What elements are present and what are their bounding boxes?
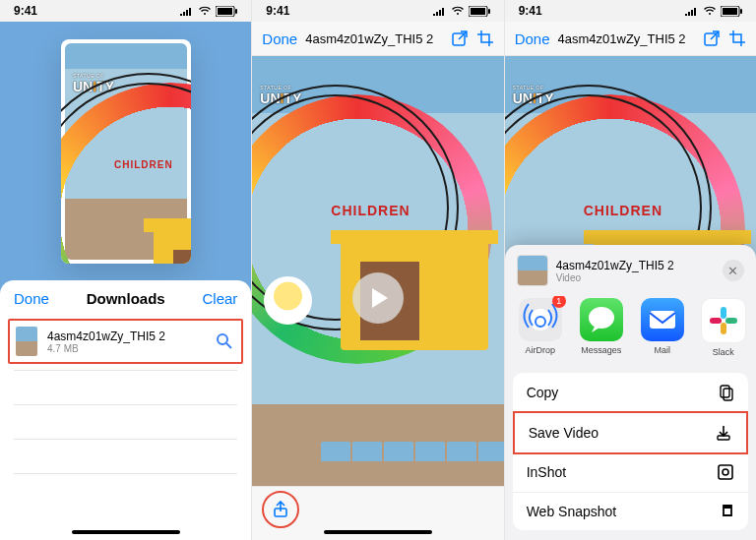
svg-point-15 [589, 307, 614, 329]
crop-icon[interactable] [728, 30, 746, 47]
svg-rect-11 [723, 8, 737, 15]
status-time: 9:41 [519, 4, 542, 18]
children-badge [264, 276, 312, 325]
battery-icon [469, 6, 490, 17]
phone-2-preview: 9:41 Done 4asm4z01wZy_THI5 2 STATUE OFUN… [252, 0, 504, 540]
video-still: STATUE OFUNITY CHILDREN [65, 43, 187, 260]
svg-line-4 [226, 343, 231, 348]
wifi-icon [198, 6, 212, 16]
file-thumbnail [16, 327, 37, 356]
crop-icon[interactable] [476, 30, 494, 47]
svg-rect-23 [718, 436, 729, 440]
inshot-icon [717, 463, 734, 481]
share-sheet: 4asm4z01wZy_THI5 2 Video ✕ 1 AirDrop [505, 245, 756, 540]
svg-rect-2 [235, 9, 237, 14]
menu-inshot[interactable]: InShot [513, 452, 748, 493]
clear-button[interactable]: Clear [202, 290, 237, 307]
signal-icon [180, 6, 194, 16]
preview-body: STATUE OFUNITY CHILDREN [252, 55, 503, 540]
svg-rect-20 [710, 318, 722, 324]
play-button[interactable] [352, 272, 404, 324]
panel-title: Downloads [87, 290, 165, 307]
three-phone-layout: 9:41 STATUE OFUNITY CHILDREN Done Downlo… [0, 0, 756, 540]
home-indicator [72, 530, 180, 534]
svg-rect-17 [721, 307, 726, 319]
open-in-icon[interactable] [703, 30, 721, 47]
download-icon [715, 424, 732, 442]
file-title: 4asm4z01wZy_THI5 2 [558, 31, 695, 46]
preview-body: STATUE OFUNITY CHILDREN 4asm4z01wZy_THI5… [505, 55, 756, 540]
phone-1-downloads: 9:41 STATUE OFUNITY CHILDREN Done Downlo… [0, 0, 252, 540]
svg-rect-22 [724, 389, 732, 400]
scrubber-thumbnails[interactable] [321, 442, 493, 481]
phone-3-share-sheet: 9:41 Done 4asm4z01wZy_THI5 2 STATUE OFUN… [505, 0, 756, 540]
file-preview-card: STATUE OFUNITY CHILDREN [61, 39, 191, 264]
share-actions-group: Copy Save Video InShot Web Snapshot [513, 373, 748, 530]
copy-icon [717, 384, 734, 401]
svg-rect-7 [488, 9, 490, 14]
menu-copy[interactable]: Copy [513, 373, 748, 413]
close-icon[interactable]: ✕ [723, 260, 744, 281]
svg-rect-16 [650, 311, 675, 329]
share-apps-row[interactable]: 1 AirDrop Messages Mail [505, 296, 756, 367]
svg-rect-6 [471, 8, 485, 15]
svg-point-14 [536, 317, 545, 327]
share-button[interactable] [262, 491, 299, 528]
status-icons [180, 6, 237, 17]
menu-save-video[interactable]: Save Video [513, 411, 748, 454]
status-time: 9:41 [14, 4, 37, 18]
status-icons [685, 6, 742, 17]
done-button[interactable]: Done [262, 30, 297, 47]
preview-nav: Done 4asm4z01wZy_THI5 2 [252, 22, 503, 56]
status-bar: 9:41 [505, 0, 756, 22]
search-icon[interactable] [216, 332, 233, 350]
sheet-thumbnail [517, 255, 548, 286]
snapshot-icon [721, 504, 734, 519]
preview-toolbar [252, 486, 503, 540]
battery-icon [721, 6, 742, 17]
svg-rect-18 [725, 318, 737, 324]
svg-rect-1 [218, 8, 232, 15]
done-button[interactable]: Done [14, 290, 49, 307]
wifi-icon [703, 6, 717, 16]
svg-rect-12 [740, 9, 742, 14]
wifi-icon [451, 6, 465, 16]
download-file-row[interactable]: 4asm4z01wZy_THI5 2 4.7 MB [8, 319, 243, 364]
sheet-file-subtitle: Video [556, 272, 715, 283]
status-icons [433, 6, 490, 17]
status-bar: 9:41 [0, 0, 251, 22]
svg-point-3 [218, 334, 227, 344]
file-title: 4asm4z01wZy_THI5 2 [305, 31, 442, 46]
svg-point-25 [723, 469, 728, 475]
file-size: 4.7 MB [47, 343, 206, 354]
app-airdrop[interactable]: 1 AirDrop [515, 298, 566, 357]
svg-rect-21 [721, 386, 729, 397]
open-in-icon[interactable] [451, 30, 469, 47]
menu-web-snapshot[interactable]: Web Snapshot [513, 493, 748, 530]
downloads-panel: Done Downloads Clear 4asm4z01wZy_THI5 2 … [0, 280, 251, 540]
airdrop-badge: 1 [552, 296, 566, 308]
svg-rect-19 [721, 323, 726, 334]
app-mail[interactable]: Mail [637, 298, 688, 357]
svg-rect-24 [719, 465, 732, 479]
sheet-file-title: 4asm4z01wZy_THI5 2 [556, 259, 715, 272]
file-name: 4asm4z01wZy_THI5 2 [47, 330, 206, 343]
signal-icon [685, 6, 699, 16]
status-bar: 9:41 [252, 0, 503, 22]
status-time: 9:41 [266, 4, 289, 18]
home-indicator [324, 530, 432, 534]
app-slack[interactable]: Slack [698, 298, 749, 357]
battery-icon [216, 6, 237, 17]
app-messages[interactable]: Messages [576, 298, 627, 357]
preview-nav: Done 4asm4z01wZy_THI5 2 [505, 22, 756, 56]
signal-icon [433, 6, 447, 16]
done-button[interactable]: Done [515, 30, 550, 47]
